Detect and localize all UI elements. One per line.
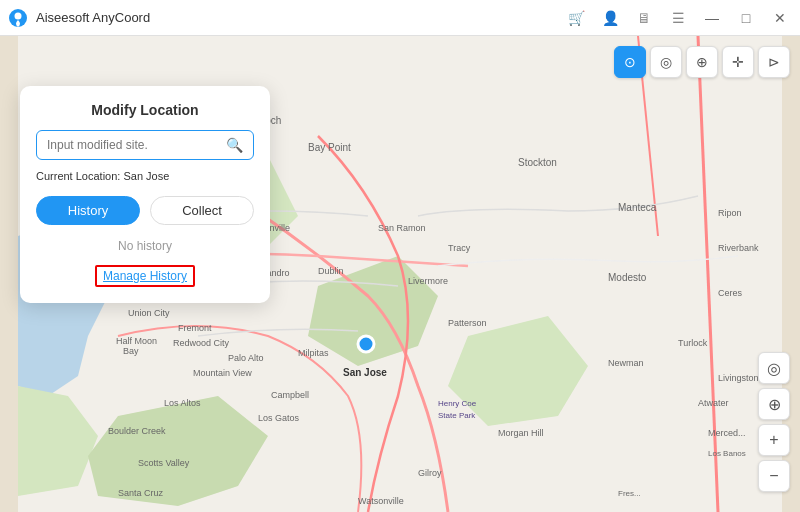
maximize-button[interactable]: □ [730,2,762,34]
svg-text:Campbell: Campbell [271,390,309,400]
svg-text:Watsonville: Watsonville [358,496,404,506]
menu-button[interactable]: ☰ [662,2,694,34]
svg-text:Livingston: Livingston [718,373,759,383]
svg-text:Dublin: Dublin [318,266,344,276]
svg-text:Turlock: Turlock [678,338,708,348]
close-button[interactable]: ✕ [764,2,796,34]
collect-tab[interactable]: Collect [150,196,254,225]
svg-text:Boulder Creek: Boulder Creek [108,426,166,436]
svg-text:Half Moon: Half Moon [116,336,157,346]
svg-text:San Ramon: San Ramon [378,223,426,233]
search-input[interactable] [47,138,226,152]
location-tool-button[interactable]: ⊙ [614,46,646,78]
svg-text:Milpitas: Milpitas [298,348,329,358]
svg-text:Fremont: Fremont [178,323,212,333]
svg-text:Bay: Bay [123,346,139,356]
route-tool-button[interactable]: ◎ [650,46,682,78]
svg-text:Los Banos: Los Banos [708,449,746,458]
svg-text:Mountain View: Mountain View [193,368,252,378]
svg-text:Riverbank: Riverbank [718,243,759,253]
svg-text:Ceres: Ceres [718,288,743,298]
svg-text:State Park: State Park [438,411,476,420]
svg-text:Morgan Hill: Morgan Hill [498,428,544,438]
svg-text:Atwater: Atwater [698,398,729,408]
manage-history-wrapper: Manage History [36,265,254,287]
svg-text:Ripon: Ripon [718,208,742,218]
cart-button[interactable]: 🛒 [560,2,592,34]
zoom-in-button[interactable]: + [758,424,790,456]
svg-text:Los Altos: Los Altos [164,398,201,408]
modify-location-panel: Modify Location 🔍 Current Location: San … [20,86,270,303]
svg-text:Bay Point: Bay Point [308,142,351,153]
svg-text:Newman: Newman [608,358,644,368]
app-icon [0,0,36,36]
no-history-text: No history [36,239,254,253]
map-container: Antioch Concord Bay Point Stockton Mante… [0,36,800,512]
svg-text:Union City: Union City [128,308,170,318]
target-control-button[interactable]: ◎ [758,352,790,384]
user-button[interactable]: 👤 [594,2,626,34]
map-controls: ◎ ⊕ + − [758,352,790,492]
gps-control-button[interactable]: ⊕ [758,388,790,420]
app-title: Aiseesoft AnyCoord [36,10,560,25]
search-input-wrapper[interactable]: 🔍 [36,130,254,160]
zoom-out-button[interactable]: − [758,460,790,492]
svg-text:Stockton: Stockton [518,157,557,168]
svg-text:San Jose: San Jose [343,367,387,378]
svg-text:Merced...: Merced... [708,428,746,438]
svg-text:Scotts Valley: Scotts Valley [138,458,190,468]
svg-text:Henry Coe: Henry Coe [438,399,477,408]
monitor-button[interactable]: 🖥 [628,2,660,34]
svg-text:Gilroy: Gilroy [418,468,442,478]
svg-text:Redwood City: Redwood City [173,338,230,348]
svg-text:Tracy: Tracy [448,243,471,253]
svg-text:Palo Alto: Palo Alto [228,353,264,363]
map-toolbar: ⊙ ◎ ⊕ ✛ ⊳ [614,46,790,78]
crosshair-tool-button[interactable]: ✛ [722,46,754,78]
svg-text:Fres...: Fres... [618,489,641,498]
history-tab[interactable]: History [36,196,140,225]
waypoint-tool-button[interactable]: ⊕ [686,46,718,78]
panel-title: Modify Location [36,102,254,118]
titlebar: Aiseesoft AnyCoord 🛒 👤 🖥 ☰ — □ ✕ [0,0,800,36]
svg-text:Modesto: Modesto [608,272,647,283]
current-location: Current Location: San Jose [36,170,254,182]
svg-text:Santa Cruz: Santa Cruz [118,488,164,498]
svg-point-1 [15,12,22,19]
svg-text:Manteca: Manteca [618,202,657,213]
tab-row: History Collect [36,196,254,225]
manage-history-link[interactable]: Manage History [95,265,195,287]
svg-text:Livermore: Livermore [408,276,448,286]
search-icon: 🔍 [226,137,243,153]
title-actions: 🛒 👤 🖥 ☰ — □ ✕ [560,2,796,34]
svg-text:Los Gatos: Los Gatos [258,413,300,423]
export-tool-button[interactable]: ⊳ [758,46,790,78]
svg-point-56 [358,336,374,352]
minimize-button[interactable]: — [696,2,728,34]
svg-text:Patterson: Patterson [448,318,487,328]
